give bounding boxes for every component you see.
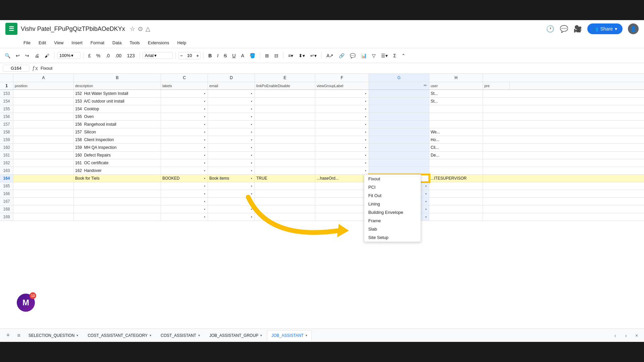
tab-nav-prev[interactable]: ‹ — [610, 331, 620, 340]
menu-view[interactable]: View — [51, 39, 67, 47]
dropdown-155-f[interactable]: ▾ — [363, 107, 368, 111]
tab-job-assistant[interactable]: JOB_ASSISTANT ▾ — [267, 330, 312, 341]
cell-155-b[interactable]: 154 Cooktop — [74, 105, 161, 113]
tab-cost-assistant-category[interactable]: COST_ASSISTANT_CATEGORY ▾ — [83, 330, 156, 341]
col-header-h[interactable]: H — [429, 74, 483, 82]
bold-button[interactable]: B — [206, 52, 214, 60]
star-icon[interactable]: ☆ — [130, 25, 135, 33]
dropdown-155-c[interactable]: ▾ — [202, 107, 207, 111]
cell-161-f[interactable]: ▾ — [315, 152, 369, 159]
cell-158-b[interactable]: 157 Silicon — [74, 128, 161, 136]
cloud-icon[interactable]: ⊙ — [138, 25, 143, 33]
header-cell-position[interactable]: position — [13, 82, 74, 89]
cell-157-b[interactable]: 156 Rangehood install — [74, 121, 161, 128]
dropdown-158-f[interactable]: ▾ — [363, 130, 368, 134]
cell-166-e[interactable] — [255, 190, 315, 197]
menu-file[interactable]: File — [20, 39, 34, 47]
cell-160-e[interactable] — [255, 144, 315, 151]
cell-153-h[interactable]: St... — [429, 90, 483, 97]
dropdown-163-d[interactable]: ▾ — [249, 168, 254, 173]
cell-163-f[interactable]: ▾ — [315, 167, 369, 174]
cell-164-c[interactable]: BOOKED▾ — [161, 175, 208, 182]
cell-153-a[interactable] — [13, 90, 74, 97]
dropdown-165-g[interactable]: ▾ — [424, 184, 428, 188]
header-cell-description[interactable]: description — [74, 82, 161, 89]
cell-162-h[interactable] — [429, 159, 483, 167]
menu-tools[interactable]: Tools — [126, 39, 143, 47]
dropdown-168-c[interactable]: ▾ — [202, 207, 207, 212]
cell-164-a[interactable] — [13, 175, 74, 182]
cell-167-a[interactable] — [13, 198, 74, 205]
cell-159-a[interactable] — [13, 136, 74, 143]
link-button[interactable]: 🔗 — [337, 52, 346, 60]
cell-153-e[interactable] — [255, 90, 315, 97]
dropdown-162-f[interactable]: ▾ — [363, 161, 368, 165]
cell-168-f[interactable]: ▾ — [315, 205, 369, 213]
cell-157-a[interactable] — [13, 121, 74, 128]
cell-165-d[interactable]: ▾ — [208, 182, 255, 190]
cell-156-g[interactable] — [369, 113, 429, 120]
fill-color-button[interactable]: 🪣 — [248, 52, 257, 60]
dropdown-166-g[interactable]: ▾ — [424, 191, 428, 196]
cell-154-f[interactable]: ▾ — [315, 98, 369, 105]
cell-168-a[interactable] — [13, 205, 74, 213]
currency-button[interactable]: £ — [86, 52, 93, 60]
autocomplete-item-frame[interactable]: Frame — [364, 217, 421, 225]
cell-160-d[interactable]: ▾ — [208, 144, 255, 151]
decimal-dec-button[interactable]: .0 — [104, 52, 112, 60]
text-rotate-button[interactable]: A↗ — [324, 52, 335, 60]
tab-nav-next[interactable]: › — [621, 331, 631, 340]
dropdown-158-d[interactable]: ▾ — [249, 130, 254, 134]
dropdown-153-c[interactable]: ▾ — [202, 91, 207, 96]
cell-160-a[interactable] — [13, 144, 74, 151]
dropdown-169-d[interactable]: ▾ — [249, 215, 254, 219]
cell-154-h[interactable]: St... — [429, 98, 483, 105]
cell-165-a[interactable] — [13, 182, 74, 190]
cell-168-e[interactable] — [255, 205, 315, 213]
dropdown-154-c[interactable]: ▾ — [202, 99, 207, 104]
dropdown-162-c[interactable]: ▾ — [202, 161, 207, 165]
wrap-button[interactable]: ↵▾ — [308, 52, 319, 60]
zoom-control[interactable]: 100% ▾ — [57, 52, 80, 59]
search-button[interactable]: 🔍 — [3, 52, 12, 60]
cell-161-c[interactable]: ▾ — [161, 152, 208, 159]
col-header-c[interactable]: C — [161, 74, 208, 82]
underline-button[interactable]: U — [230, 52, 238, 60]
cell-166-d[interactable]: ▾ — [208, 190, 255, 197]
cell-155-h[interactable] — [429, 105, 483, 113]
cell-160-h[interactable]: Cli... — [429, 144, 483, 151]
share-button[interactable]: 👥 Share ▾ — [587, 23, 623, 34]
dropdown-153-d[interactable]: ▾ — [249, 91, 254, 96]
drive-icon[interactable]: △ — [146, 25, 150, 33]
cell-161-a[interactable] — [13, 152, 74, 159]
dropdown-159-f[interactable]: ▾ — [363, 137, 368, 142]
cell-165-c[interactable]: ▾ — [161, 182, 208, 190]
dropdown-162-d[interactable]: ▾ — [249, 161, 254, 165]
cell-158-f[interactable]: ▾ — [315, 128, 369, 136]
tab-nav-close[interactable]: × — [632, 331, 641, 340]
function-button[interactable]: Σ — [391, 52, 398, 60]
cell-169-h[interactable] — [429, 213, 483, 221]
expand-button[interactable]: ⌃ — [399, 52, 408, 60]
cell-reference[interactable]: G164 — [3, 65, 30, 72]
autocomplete-item-building[interactable]: Building Envelope — [364, 208, 421, 217]
cell-156-b[interactable]: 155 Oven — [74, 113, 161, 120]
dropdown-167-c[interactable]: ▾ — [202, 199, 207, 204]
cell-164-f[interactable]: ...haseOrd... — [315, 175, 369, 182]
user-avatar[interactable]: 👤 — [628, 23, 639, 34]
text-color-button[interactable]: A — [239, 52, 246, 60]
cell-153-d[interactable]: ▾ — [208, 90, 255, 97]
cell-155-a[interactable] — [13, 105, 74, 113]
dropdown-169-g[interactable]: ▾ — [424, 215, 428, 219]
cell-163-g[interactable] — [369, 167, 429, 174]
dropdown-165-d[interactable]: ▾ — [249, 184, 254, 188]
menu-edit[interactable]: Edit — [35, 39, 49, 47]
col-header-a[interactable]: A — [13, 74, 74, 82]
strikethrough-button[interactable]: S — [222, 52, 229, 60]
dropdown-157-f[interactable]: ▾ — [363, 122, 368, 127]
paint-format-button[interactable]: 🖌 — [43, 52, 51, 60]
dropdown-154-d[interactable]: ▾ — [249, 99, 254, 104]
dropdown-159-d[interactable]: ▾ — [249, 137, 254, 142]
cell-163-c[interactable]: ▾ — [161, 167, 208, 174]
cell-166-h[interactable] — [429, 190, 483, 197]
